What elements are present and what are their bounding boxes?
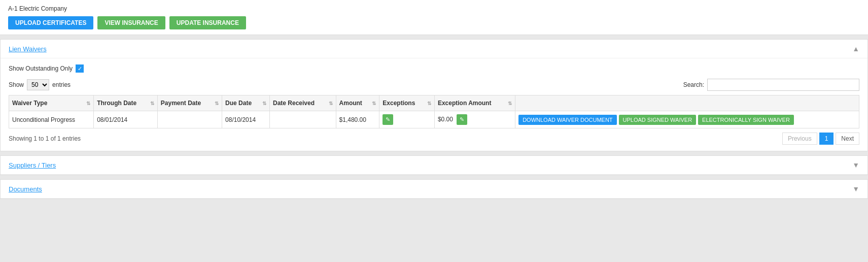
search-label: Search: <box>683 81 704 88</box>
suppliers-tiers-title[interactable]: Suppliers / Tiers <box>9 161 56 169</box>
cell-through-date: 08/01/2014 <box>94 111 158 128</box>
show-outstanding-row: Show Outstanding Only <box>9 64 859 73</box>
col-amount: Amount ⇅ <box>336 95 379 111</box>
sort-icon-amount[interactable]: ⇅ <box>372 101 376 106</box>
download-waiver-button[interactable]: DOWNLOAD WAIVER DOCUMENT <box>518 115 616 125</box>
showing-entries: Showing 1 to 1 of 1 entries <box>9 135 81 142</box>
electronically-sign-waiver-button[interactable]: ELECTRONICALLY SIGN WAIVER <box>698 115 794 125</box>
suppliers-tiers-header[interactable]: Suppliers / Tiers ▼ <box>1 156 867 175</box>
suppliers-tiers-section: Suppliers / Tiers ▼ <box>0 155 868 175</box>
view-insurance-button[interactable]: VIEW INSURANCE <box>97 16 165 29</box>
entries-select[interactable]: 50 25 10 <box>27 79 49 90</box>
search-box: Search: <box>683 79 859 91</box>
sort-icon-through-date[interactable]: ⇅ <box>150 101 154 106</box>
show-entries: Show 50 25 10 entries <box>9 79 71 90</box>
sort-icon-exceptions[interactable]: ⇅ <box>427 101 431 106</box>
chevron-down-icon: ▼ <box>852 161 859 169</box>
cell-exceptions: ✎ <box>379 111 435 128</box>
upload-signed-waiver-button[interactable]: UPLOAD SIGNED WAIVER <box>619 115 697 125</box>
pagination: Previous 1 Next <box>782 133 859 145</box>
table-controls: Show 50 25 10 entries Search: <box>9 79 859 91</box>
cell-date-received <box>270 111 336 128</box>
documents-title[interactable]: Documents <box>9 185 42 193</box>
lien-waivers-header[interactable]: Lien Waivers ▲ <box>1 40 867 58</box>
entries-suffix: entries <box>52 81 71 88</box>
cell-payment-date <box>157 111 222 128</box>
show-label: Show <box>9 81 24 88</box>
cell-amount: $1,480.00 <box>336 111 379 128</box>
update-insurance-button[interactable]: UPDATE INSURANCE <box>169 16 246 29</box>
exceptions-edit-icon[interactable]: ✎ <box>383 114 393 125</box>
company-name: A-1 Electric Company <box>8 5 860 12</box>
cell-actions: DOWNLOAD WAIVER DOCUMENT UPLOAD SIGNED W… <box>515 111 859 128</box>
sort-icon-waiver-type[interactable]: ⇅ <box>86 101 90 106</box>
sort-icon-payment-date[interactable]: ⇅ <box>215 101 219 106</box>
col-exception-amount: Exception Amount ⇅ <box>434 95 515 111</box>
lien-waivers-table: Waiver Type ⇅ Through Date ⇅ Payment Dat… <box>9 95 859 128</box>
chevron-up-icon: ▲ <box>852 45 859 53</box>
documents-section: Documents ▼ <box>0 179 868 199</box>
cell-waiver-type: Unconditional Progress <box>9 111 94 128</box>
sort-icon-exception-amount[interactable]: ⇅ <box>508 101 512 106</box>
col-due-date: Due Date ⇅ <box>222 95 270 111</box>
page-1-button[interactable]: 1 <box>819 133 834 145</box>
upload-certificates-button[interactable]: UPLOAD CERTIFICATES <box>8 16 93 29</box>
col-payment-date: Payment Date ⇅ <box>157 95 222 111</box>
lien-waivers-body: Show Outstanding Only Show 50 25 10 entr… <box>1 58 867 151</box>
cell-due-date: 08/10/2014 <box>222 111 270 128</box>
col-exceptions: Exceptions ⇅ <box>379 95 435 111</box>
sort-icon-due-date[interactable]: ⇅ <box>262 101 266 106</box>
table-row: Unconditional Progress 08/01/2014 08/10/… <box>9 111 859 128</box>
exception-amount-edit-icon[interactable]: ✎ <box>457 114 467 125</box>
lien-waivers-section: Lien Waivers ▲ Show Outstanding Only Sho… <box>0 39 868 151</box>
sort-icon-date-received[interactable]: ⇅ <box>329 101 333 106</box>
show-outstanding-checkbox[interactable] <box>76 64 84 73</box>
col-actions <box>515 95 859 111</box>
search-input[interactable] <box>707 79 859 91</box>
col-through-date: Through Date ⇅ <box>94 95 158 111</box>
chevron-down-icon-2: ▼ <box>852 185 859 193</box>
col-date-received: Date Received ⇅ <box>270 95 336 111</box>
action-buttons: DOWNLOAD WAIVER DOCUMENT UPLOAD SIGNED W… <box>518 115 856 125</box>
col-waiver-type: Waiver Type ⇅ <box>9 95 94 111</box>
table-footer: Showing 1 to 1 of 1 entries Previous 1 N… <box>9 133 859 145</box>
cell-exception-amount: $0.00 ✎ <box>434 111 515 128</box>
next-button[interactable]: Next <box>836 133 859 145</box>
documents-header[interactable]: Documents ▼ <box>1 180 867 199</box>
lien-waivers-title[interactable]: Lien Waivers <box>9 45 47 53</box>
show-outstanding-label: Show Outstanding Only <box>9 65 73 72</box>
previous-button[interactable]: Previous <box>782 133 817 145</box>
